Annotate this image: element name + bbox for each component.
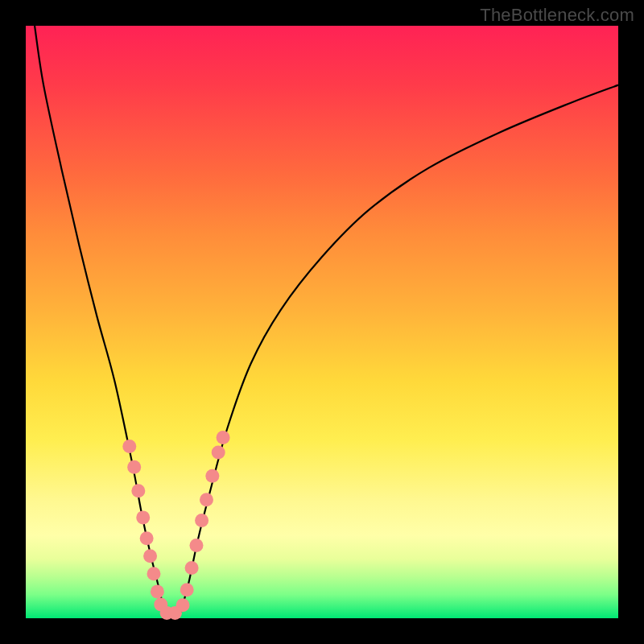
chart-svg [26,26,618,618]
highlight-marker [176,598,190,612]
highlight-marker [147,567,160,580]
chart-frame: TheBottleneck.com [0,0,644,644]
highlight-marker [151,584,164,598]
highlight-marker [140,531,154,545]
left-branch-curve [35,26,165,615]
highlight-marker [127,460,141,474]
highlight-marker [185,561,199,575]
highlight-marker [180,583,194,597]
highlight-marker [200,493,213,506]
marker-group [122,431,229,620]
curve-group [35,26,618,615]
highlight-marker [143,549,157,563]
highlight-marker [212,445,225,459]
right-branch-curve [180,85,618,616]
highlight-marker [205,469,219,483]
highlight-marker [217,431,230,444]
attribution-text: TheBottleneck.com [480,5,634,26]
highlight-marker [136,510,150,524]
highlight-marker [122,440,136,453]
highlight-marker [189,539,203,552]
highlight-marker [131,484,145,497]
highlight-marker [195,514,208,527]
